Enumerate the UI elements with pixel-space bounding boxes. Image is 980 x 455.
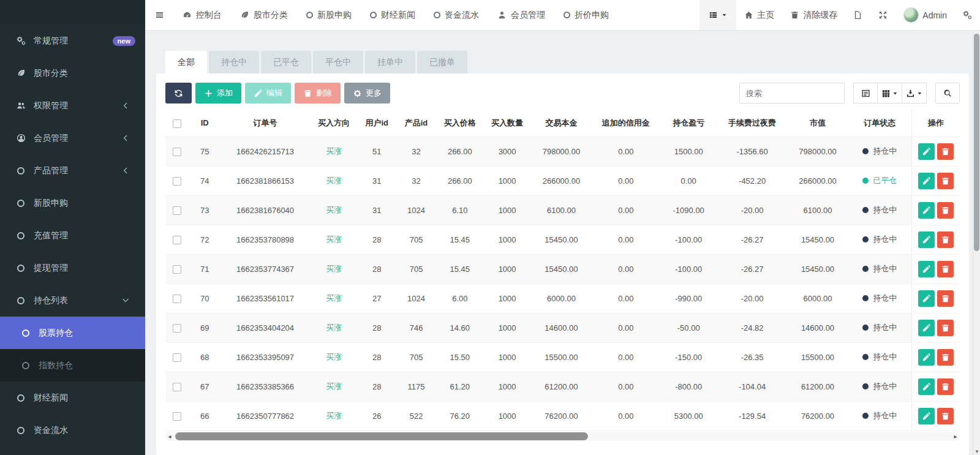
nav-item-market-category[interactable]: 股市分类 [231,0,297,30]
row-delete-button[interactable] [937,143,954,160]
user-menu[interactable]: Admin [895,0,955,30]
sidebar-item-fund-flow[interactable]: 资金流水 [0,414,145,446]
row-checkbox[interactable] [173,383,181,391]
nav-item-members[interactable]: 会员管理 [488,0,554,30]
row-delete-button[interactable] [937,408,954,424]
row-checkbox[interactable] [173,295,181,303]
sidebar-item-permissions[interactable]: 权限管理 [0,89,145,122]
nav-item-finance-news[interactable]: 财经新闻 [361,0,424,30]
sidebar-item-index-positions[interactable]: 指数持仓 [0,349,145,382]
fullscreen-button[interactable] [870,0,895,30]
row-edit-button[interactable] [918,261,935,277]
row-edit-button[interactable] [918,349,935,366]
row-checkbox[interactable] [173,324,181,333]
column-header-9[interactable]: 持仓盈亏 [660,110,717,137]
row-delete-button[interactable] [937,231,954,248]
row-edit-button[interactable] [918,320,935,336]
column-header-5[interactable]: 买入价格 [437,110,483,137]
row-checkbox[interactable] [173,206,181,215]
tab-5[interactable]: 已撤单 [417,51,467,73]
home-button[interactable]: 主页 [736,0,782,30]
vertical-scrollbar[interactable]: ▾ [973,31,980,455]
table-body: 751662426215713买涨5132266.003000798000.00… [165,137,960,431]
sidebar-item-withdraw[interactable]: 提现管理 [0,252,145,284]
search-input[interactable] [739,83,845,103]
column-header-3[interactable]: 用户id [358,110,396,137]
row-checkbox[interactable] [173,236,181,244]
hamburger-icon[interactable] [145,0,173,31]
tab-2[interactable]: 已平仓 [261,51,311,73]
horizontal-scrollbar-thumb[interactable] [175,432,588,440]
sidebar-item-position-list[interactable]: 持仓列表 [0,284,145,317]
nav-item-discount-purchase[interactable]: 折价申购 [554,0,618,30]
column-header-13[interactable]: 操作 [912,110,960,137]
cell-status: 持仓中 [848,342,911,372]
sidebar-item-new-stock-purchase[interactable]: 新股申购 [0,187,145,219]
sidebar-item-market-category[interactable]: 股市分类 [0,57,145,89]
nav-item-new-stock-purchase[interactable]: 新股申购 [297,0,361,30]
form-view-button[interactable] [853,83,878,103]
export-button[interactable] [902,83,927,103]
row-delete-button[interactable] [937,290,954,307]
refresh-button[interactable] [165,83,192,103]
column-header-0[interactable]: ID [189,110,221,137]
language-button[interactable] [845,0,870,30]
row-edit-button[interactable] [918,408,935,424]
column-header-6[interactable]: 买入数量 [483,110,531,137]
scroll-down-arrow[interactable]: ▾ [973,448,980,455]
columns-button[interactable] [878,83,902,103]
sidebar-item-label: 指数持仓 [39,360,73,371]
sidebar-item-finance-news[interactable]: 财经新闻 [0,382,145,414]
settings-button[interactable] [955,0,980,30]
column-header-11[interactable]: 市值 [788,110,848,137]
sidebar-item-recharge[interactable]: 充值管理 [0,219,145,252]
row-edit-button[interactable] [918,231,935,248]
column-header-2[interactable]: 买入方向 [310,110,358,137]
tab-0[interactable]: 全部 [165,51,207,73]
row-delete-button[interactable] [937,378,954,395]
delete-button[interactable]: 删除 [295,83,341,103]
row-checkbox[interactable] [173,353,181,362]
row-delete-button[interactable] [937,320,954,336]
row-checkbox[interactable] [173,265,181,274]
row-checkbox[interactable] [173,148,181,156]
sidebar-item-members[interactable]: 会员管理 [0,122,145,154]
add-button[interactable]: 添加 [195,83,241,103]
row-edit-button[interactable] [918,173,935,189]
row-edit-button[interactable] [918,290,935,307]
column-header-1[interactable]: 订单号 [221,110,310,137]
sidebar-item-stock-positions[interactable]: 股票持仓 [0,317,145,349]
column-header-8[interactable]: 追加的信用金 [592,110,660,137]
clear-cache-button[interactable]: 清除缓存 [782,0,845,30]
row-delete-button[interactable] [937,349,954,366]
row-edit-button[interactable] [918,143,935,160]
row-delete-button[interactable] [937,202,954,219]
horizontal-scrollbar[interactable]: ◂ ▸ [165,432,960,441]
column-header-4[interactable]: 产品id [396,110,436,137]
row-delete-button[interactable] [937,261,954,277]
row-checkbox[interactable] [173,177,181,186]
scroll-right-arrow[interactable]: ▸ [951,432,960,441]
window-list-dropdown[interactable] [699,0,736,30]
column-header-12[interactable]: 订单状态 [848,110,911,137]
tab-3[interactable]: 平仓中 [313,51,363,73]
column-header-7[interactable]: 交易本金 [531,110,591,137]
row-checkbox[interactable] [173,412,181,421]
row-edit-button[interactable] [918,378,935,395]
more-button[interactable]: 更多 [344,83,390,103]
cell-buy_price: 61.20 [437,372,483,401]
sidebar-item-general[interactable]: 常规管理new [0,24,145,57]
tab-4[interactable]: 挂单中 [365,51,415,73]
select-all-checkbox[interactable] [173,119,181,128]
scroll-left-arrow[interactable]: ◂ [165,432,174,441]
row-edit-button[interactable] [918,202,935,219]
nav-item-dashboard[interactable]: 控制台 [173,0,231,30]
tab-1[interactable]: 持仓中 [209,51,259,73]
column-header-10[interactable]: 手续费过夜费 [717,110,787,137]
nav-item-fund-flow[interactable]: 资金流水 [424,0,488,30]
sidebar-item-products[interactable]: 产品管理 [0,154,145,187]
search-button[interactable] [935,83,960,103]
row-delete-button[interactable] [937,173,954,189]
edit-button[interactable]: 编辑 [245,83,291,103]
vertical-scrollbar-thumb[interactable] [974,34,979,251]
